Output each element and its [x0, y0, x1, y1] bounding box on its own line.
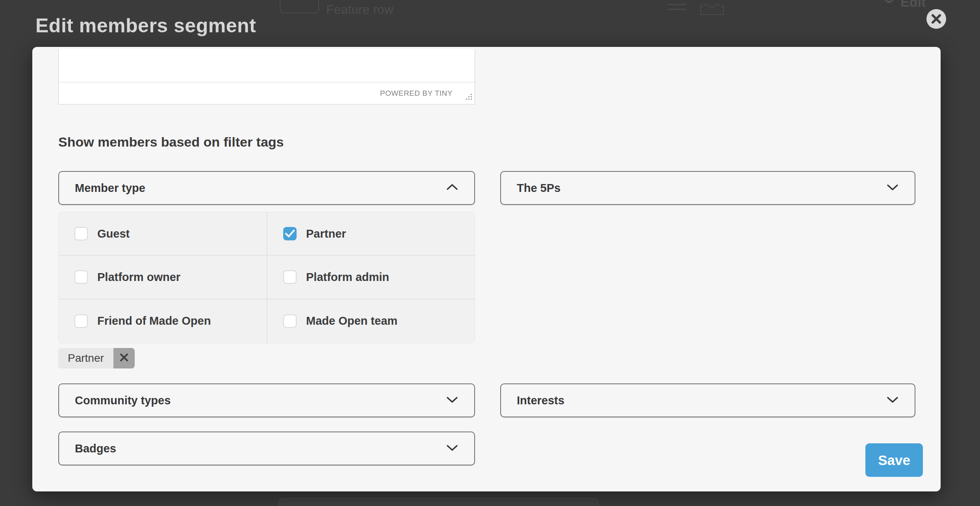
- checkbox-option-platform-admin[interactable]: Platform admin: [267, 256, 475, 299]
- dropdown-badges[interactable]: Badges: [58, 432, 475, 465]
- rich-text-editor[interactable]: POWERED BY TINY: [58, 49, 475, 104]
- selected-tag-label: Partner: [58, 348, 113, 368]
- powered-by-tiny-label[interactable]: POWERED BY TINY: [380, 89, 453, 98]
- chevron-up-icon: [445, 183, 459, 193]
- selected-tag-partner: Partner: [58, 348, 135, 368]
- drag-handle-icon: [667, 4, 686, 13]
- dropdown-interests[interactable]: Interests: [500, 383, 915, 417]
- checkbox-option-guest[interactable]: Guest: [59, 212, 267, 256]
- background-feature-count: 10: [293, 0, 306, 1]
- option-label: Platform owner: [97, 271, 180, 284]
- x-icon: [119, 353, 129, 364]
- checkbox-option-platform-owner[interactable]: Platform owner: [59, 256, 267, 299]
- dropdown-member-type-label: Member type: [75, 182, 145, 195]
- option-label: Made Open team: [306, 314, 397, 327]
- background-edit-label: Edit: [900, 0, 926, 10]
- dropdown-the-5ps-label: The 5Ps: [517, 182, 561, 195]
- chevron-down-icon: [445, 443, 459, 454]
- editor-status-bar: POWERED BY TINY: [59, 82, 475, 104]
- save-button[interactable]: Save: [865, 443, 923, 477]
- edit-members-segment-modal: POWERED BY TINY Show members based on fi…: [32, 47, 941, 491]
- checkbox-icon[interactable]: [283, 314, 297, 328]
- checkbox-checked-icon[interactable]: [283, 227, 297, 240]
- dropdown-community-types[interactable]: Community types: [58, 383, 475, 417]
- chevron-down-icon: [885, 183, 900, 193]
- chevron-down-icon: [885, 395, 900, 406]
- chevron-down-icon: [445, 395, 459, 406]
- background-feature-count-box: 10: [280, 0, 319, 13]
- option-label: Guest: [97, 227, 130, 240]
- option-label: Platform admin: [306, 271, 389, 284]
- modal-backdrop: 10 Feature row Edit Edit members segment: [0, 0, 980, 506]
- dropdown-the-5ps[interactable]: The 5Ps: [500, 171, 915, 205]
- checkbox-option-made-open-team[interactable]: Made Open team: [267, 300, 475, 343]
- close-icon: [930, 13, 942, 25]
- dropdown-badges-label: Badges: [75, 442, 116, 455]
- background-edit-button: Edit: [882, 0, 926, 10]
- checkbox-icon[interactable]: [74, 227, 88, 240]
- resize-handle-icon[interactable]: [465, 93, 472, 102]
- background-content-box: [278, 498, 599, 506]
- background-feature-row-label: Feature row: [326, 2, 393, 17]
- dropdown-member-type[interactable]: Member type: [58, 171, 475, 205]
- dropdown-interests-label: Interests: [517, 394, 564, 407]
- option-label: Friend of Made Open: [97, 314, 211, 327]
- gear-icon: [882, 0, 896, 10]
- chart-thumbnail-icon: [700, 2, 724, 17]
- checkbox-icon[interactable]: [74, 314, 88, 328]
- modal-title: Edit members segment: [35, 14, 256, 37]
- member-type-options-grid: Guest Partner Platform owner Platform ad…: [58, 212, 475, 343]
- filter-section-heading: Show members based on filter tags: [58, 134, 284, 150]
- close-button[interactable]: [926, 9, 946, 29]
- option-label: Partner: [306, 227, 346, 240]
- checkbox-icon[interactable]: [283, 270, 297, 284]
- dropdown-community-types-label: Community types: [75, 394, 171, 407]
- checkbox-option-friend-of-made-open[interactable]: Friend of Made Open: [59, 300, 267, 343]
- checkbox-option-partner[interactable]: Partner: [267, 212, 475, 256]
- checkbox-icon[interactable]: [74, 270, 88, 284]
- remove-tag-button[interactable]: [113, 348, 135, 368]
